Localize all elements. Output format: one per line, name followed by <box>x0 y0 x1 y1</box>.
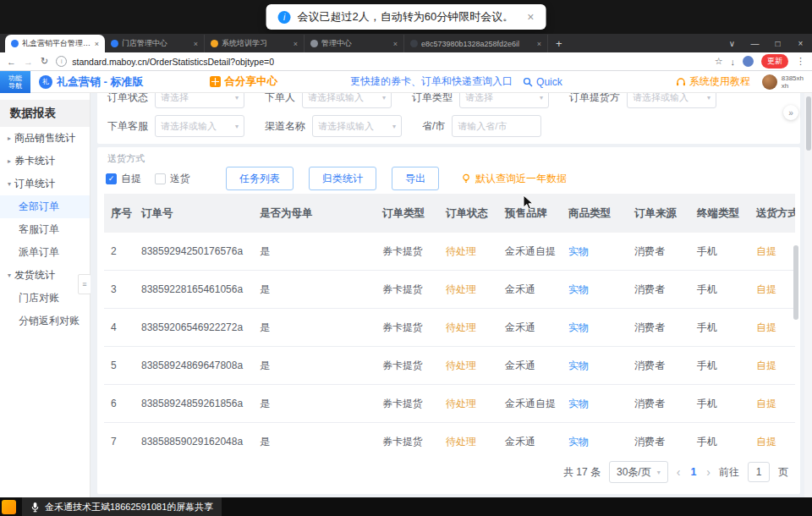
filter-input[interactable]: 请选择或输入▾ <box>627 93 716 108</box>
filter-expand-button[interactable]: » <box>783 105 798 120</box>
filter-input[interactable]: 请输入省/市 <box>452 115 541 137</box>
toolbar-button[interactable]: 归类统计 <box>309 167 376 190</box>
query-tip: 默认查询近一年数据 <box>461 172 567 186</box>
browser-tab[interactable]: e8c573980b1328a258fd2e6il× <box>404 35 548 52</box>
tab-close-icon[interactable]: × <box>393 40 398 48</box>
table-cell: 自提 <box>749 347 795 385</box>
column-header: 预售品牌 <box>498 194 562 233</box>
tab-favicon <box>211 40 218 47</box>
prev-page-button[interactable]: ‹ <box>677 465 681 479</box>
toolbar-button[interactable]: 导出 <box>392 167 439 190</box>
quick-search[interactable]: Quick <box>523 76 562 88</box>
table-cell: 券卡提货 <box>376 271 439 309</box>
goto-page-input[interactable]: 1 <box>748 462 770 482</box>
table-cell: 自提 <box>749 309 795 347</box>
reload-icon[interactable]: ↻ <box>41 56 48 67</box>
page-size-select[interactable]: 30条/页 ▾ <box>609 461 668 483</box>
table-cell: 手机 <box>690 423 749 452</box>
page-scrollbar-thumb[interactable] <box>806 96 811 151</box>
filter-label: 订单状态 <box>107 93 148 105</box>
function-nav-button[interactable]: 功能 导航 <box>0 71 30 93</box>
bookmark-star-icon[interactable]: ☆ <box>715 56 723 67</box>
sidebar-item-label: 客服订单 <box>19 222 59 237</box>
site-info-icon[interactable]: i <box>56 56 67 67</box>
table-row: 483859206546922272a是券卡提货待处理金禾通实物消费者手机自提 <box>104 309 795 347</box>
checkbox-icon: ✓ <box>106 173 117 184</box>
tutorial-link[interactable]: 系统使用教程 <box>676 74 750 89</box>
new-tab-button[interactable]: + <box>556 37 562 50</box>
table-cell: 83858859029162048a <box>134 423 253 452</box>
filter-input[interactable]: 请选择或输入▾ <box>155 115 244 137</box>
table-scrollbar-thumb[interactable] <box>793 245 798 320</box>
delivery-method-label: 送货方式 <box>107 152 792 165</box>
tab-close-icon[interactable]: × <box>95 40 99 48</box>
sidebar-item[interactable]: ▾订单统计 <box>0 173 90 195</box>
tab-search-icon[interactable]: ∨ <box>721 39 743 48</box>
filter-input[interactable]: 请选择▾ <box>155 93 244 108</box>
window-minimize-button[interactable]: — <box>743 39 766 48</box>
chevron-down-icon: ▾ <box>657 469 661 476</box>
chevron-down-icon: ▾ <box>392 123 396 130</box>
share-center-link[interactable]: 合分享中心 <box>210 74 278 89</box>
tab-close-icon[interactable]: × <box>294 40 298 48</box>
toolbar: ✓自提送货 任务列表归类统计导出 默认查询近一年数据 <box>106 167 792 190</box>
browser-tab[interactable]: 门店管理中心× <box>105 35 205 52</box>
sidebar-item[interactable]: ▸券卡统计 <box>0 150 90 173</box>
table-cell: 实物 <box>562 309 628 347</box>
orders-card: 送货方式 ✓自提送货 任务列表归类统计导出 默认查询近一年数据 序号订单号是否为… <box>97 147 800 494</box>
query-tip-text: 默认查询近一年数据 <box>475 172 567 186</box>
browser-profile-avatar[interactable] <box>743 56 754 67</box>
sidebar-item[interactable]: 门店对账 <box>0 287 90 310</box>
browser-menu-icon[interactable]: ⋮ <box>796 56 805 67</box>
column-header: 订单号 <box>134 194 253 233</box>
table-cell: 2 <box>104 233 134 271</box>
table-cell: 自提 <box>749 271 795 309</box>
table-header-row: 序号订单号是否为母单订单类型订单状态预售品牌商品类型订单来源终端类型送货方式 <box>104 194 795 233</box>
browser-tab[interactable]: 管理中心× <box>304 35 404 52</box>
sidebar-collapse-handle[interactable]: ≡ <box>78 274 91 294</box>
table-cell: 券卡提货 <box>376 423 439 452</box>
brand: 礼 礼盒营销 - 标准版 <box>39 74 144 90</box>
sidebar-item[interactable]: ▸商品销售统计 <box>0 127 90 150</box>
sidebar-item[interactable]: ▾发货统计 <box>0 264 90 287</box>
browser-update-button[interactable]: 更新 <box>761 54 788 69</box>
filter-input[interactable]: 请选择或输入▾ <box>302 93 392 108</box>
window-maximize-button[interactable]: □ <box>766 39 789 48</box>
browser-tab[interactable]: 礼盒营销平台管理中心× <box>5 35 105 52</box>
table-cell: 消费者 <box>628 347 690 385</box>
table-cell: 是 <box>253 309 376 347</box>
sidebar-item[interactable]: 分销返利对账 <box>0 310 90 332</box>
toolbar-button[interactable]: 任务列表 <box>226 167 294 190</box>
sidebar-item[interactable]: 派单订单 <box>0 241 90 264</box>
tab-close-icon[interactable]: × <box>194 40 198 48</box>
table-cell: 消费者 <box>628 309 690 347</box>
back-icon[interactable]: ← <box>7 57 16 67</box>
tutorial-label: 系统使用教程 <box>689 74 750 89</box>
placeholder-text: 请选择或输入 <box>318 120 392 133</box>
url-field[interactable]: i standard.maboy.cn/OrderStatisticsDetai… <box>56 56 706 67</box>
page-size-value: 30条/页 <box>617 465 651 480</box>
toast-close-icon[interactable]: × <box>527 10 534 24</box>
tab-close-icon[interactable]: × <box>537 40 541 48</box>
table-cell: 消费者 <box>628 233 690 271</box>
window-close-button[interactable]: × <box>789 39 812 48</box>
browser-tab[interactable]: 系统培训学习× <box>205 35 304 52</box>
user-avatar[interactable] <box>762 74 777 90</box>
sidebar-item[interactable]: 客服订单 <box>0 218 90 241</box>
download-icon[interactable]: ↓ <box>731 57 736 67</box>
username-line1: 8385xh <box>782 74 804 82</box>
current-page-button[interactable]: 1 <box>689 466 698 478</box>
table-cell: 券卡提货 <box>376 385 439 423</box>
checkbox-checked[interactable]: ✓自提 <box>106 172 141 186</box>
table-cell: 是 <box>253 347 376 385</box>
filter-input[interactable]: 请选择或输入▾ <box>312 115 402 137</box>
quick-entry-link[interactable]: 更快捷的券卡、订单和快递查询入口 <box>350 74 513 89</box>
next-page-button[interactable]: › <box>706 465 710 479</box>
filter-input[interactable]: 请选择▾ <box>459 93 549 108</box>
forward-icon[interactable]: → <box>24 57 33 67</box>
table-row: 683858924859261856a是券卡提货待处理金禾通自提实物消费者手机自… <box>104 385 795 423</box>
checkbox-unchecked[interactable]: 送货 <box>155 172 190 186</box>
page-scrollbar[interactable] <box>804 93 812 497</box>
sidebar-item[interactable]: 全部订单 <box>0 195 90 218</box>
taskbar-app-icon[interactable] <box>2 500 16 514</box>
